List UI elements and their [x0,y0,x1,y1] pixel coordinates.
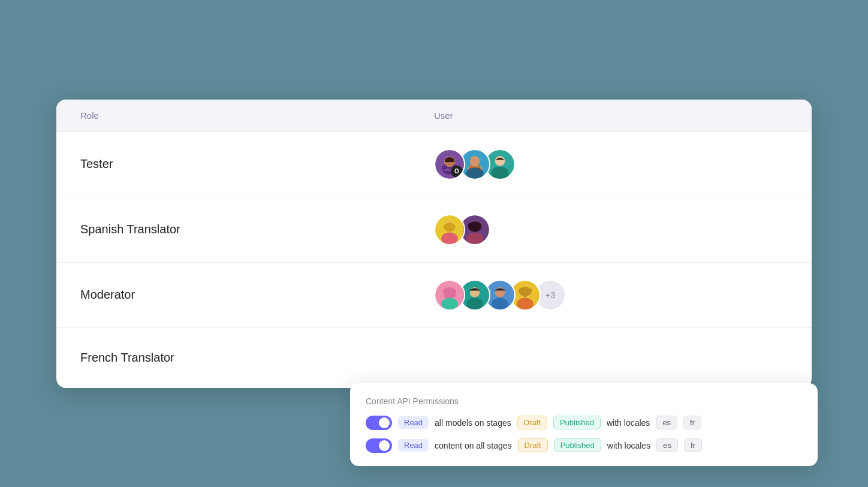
avatar[interactable]: O [434,149,465,180]
svg-point-12 [495,156,505,166]
svg-point-25 [466,297,483,309]
table-row: Spanish Translator [56,197,812,263]
perm-draft-2: Draft [518,438,548,452]
table-row: Moderator [56,263,812,328]
perm-desc-1: all models on stages [435,418,511,428]
perm-locale-es-1: es [656,416,677,429]
perm-locale-fr-2: fr [684,438,702,452]
moderator-avatars: +3 [434,279,788,311]
spanish-avatars [434,214,788,245]
role-moderator: Moderator [80,288,434,302]
main-card: Role User Tester O [56,100,812,388]
perm-published-2: Published [554,438,601,452]
toggle-1[interactable] [366,416,392,430]
role-tester: Tester [80,157,434,171]
perm-locale-fr-1: fr [683,416,701,429]
svg-point-19 [466,232,483,244]
content-api-popup: Content API Permissions Read all models … [350,383,818,466]
avatar[interactable] [434,279,465,311]
svg-point-10 [466,167,484,178]
col-user: User [434,110,788,121]
table-row: French Translator [56,328,812,388]
role-french-translator: French Translator [80,351,434,365]
avatar-badge: O [451,166,463,178]
permission-row-2: Read content on all stages Draft Publish… [366,438,802,453]
col-role: Role [80,110,434,121]
perm-locales-label-2: with locales [607,441,650,450]
perm-locale-es-2: es [656,438,678,452]
perm-read-1: Read [398,416,429,429]
svg-point-31 [517,297,534,309]
svg-point-16 [441,232,458,244]
perm-draft-1: Draft [517,416,547,429]
svg-point-28 [492,297,508,309]
perm-locales-label-1: with locales [607,418,650,428]
perm-desc-2: content on all stages [435,441,511,450]
perm-published-1: Published [553,416,601,429]
role-spanish-translator: Spanish Translator [80,223,434,236]
perm-read-2: Read [398,439,429,452]
tester-avatars: O [434,149,788,180]
avatar[interactable] [434,214,465,245]
permission-row-1: Read all models on stages Draft Publishe… [366,416,802,430]
table-row: Tester O [56,132,812,197]
svg-point-22 [441,297,458,309]
table-header: Role User [56,100,812,132]
toggle-2[interactable] [366,438,392,453]
popup-title: Content API Permissions [366,396,802,406]
